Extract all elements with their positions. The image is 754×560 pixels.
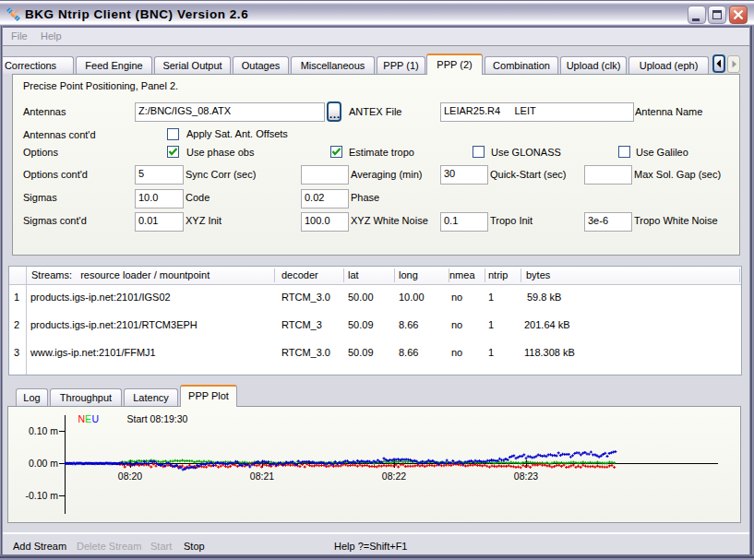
svg-text:08:21: 08:21: [250, 471, 274, 482]
svg-text:08:23: 08:23: [514, 471, 538, 482]
svg-text:Start 08:19:30: Start 08:19:30: [127, 413, 188, 424]
svg-text:0.10 m: 0.10 m: [29, 425, 58, 436]
svg-text:U: U: [92, 413, 100, 424]
svg-text:08:20: 08:20: [118, 471, 142, 482]
svg-text:E: E: [85, 413, 91, 424]
svg-text:08:22: 08:22: [382, 471, 406, 482]
svg-text:N: N: [78, 413, 86, 424]
svg-text:-0.10 m: -0.10 m: [25, 490, 58, 501]
svg-text:0.00 m: 0.00 m: [29, 458, 58, 469]
